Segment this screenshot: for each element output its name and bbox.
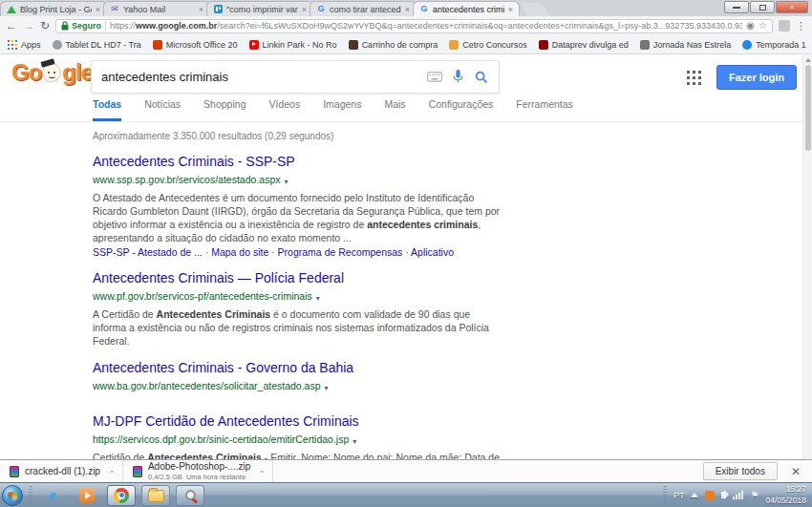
taskbar-search-tool[interactable] — [176, 485, 204, 506]
magnifier-icon — [185, 490, 196, 500]
action-center-flag-icon[interactable]: ⚑ — [750, 491, 759, 500]
tab-como-tirar[interactable]: G como tirar antecedente × — [310, 1, 417, 16]
download-item-cracked-dll[interactable]: cracked-dll (1).zip › — [0, 460, 123, 482]
back-icon[interactable]: ← — [6, 20, 17, 32]
hidden-icons-arrow-icon[interactable] — [691, 493, 698, 497]
tab-todas[interactable]: Todas — [93, 98, 121, 121]
bookmark-apps[interactable]: Apps — [8, 40, 41, 50]
google-apps-grid-icon[interactable] — [687, 71, 690, 74]
download-item-photoshop[interactable]: Adobe-Photoshop-....zip 0,4/2,5 GB. Uma … — [123, 460, 273, 482]
voice-search-mic-icon[interactable] — [452, 69, 464, 85]
tab-imagens[interactable]: Imagens — [323, 98, 361, 121]
scroll-up-arrow-icon[interactable] — [805, 58, 811, 62]
google-doodle-logo[interactable]: Gogle — [11, 59, 93, 86]
address-bar[interactable]: Seguro https://www.google.com.br/search?… — [55, 19, 773, 33]
download-menu-chevron-icon[interactable]: › — [106, 470, 116, 473]
system-tray: PT ⚑ 15:27 04/05/2018 — [663, 484, 810, 505]
tab-close-icon[interactable]: × — [96, 5, 100, 14]
eye-icon[interactable]: ◉ — [746, 21, 755, 31]
start-button[interactable] — [2, 485, 23, 506]
speaker-icon[interactable] — [721, 492, 726, 498]
forward-icon[interactable]: → — [23, 20, 34, 32]
login-button[interactable]: Fazer login — [716, 65, 797, 90]
sitelink[interactable]: Programa de Recompensas — [268, 246, 402, 258]
result-description: A Certidão de Antecedentes Criminais é o… — [93, 307, 505, 348]
result-options-arrow-icon[interactable] — [316, 287, 320, 305]
new-tab-button[interactable] — [521, 3, 550, 16]
sitelink[interactable]: Aplicativo — [402, 246, 454, 258]
tab-title: "como imprimir varias im — [226, 5, 298, 14]
bookmark-jornada[interactable]: Jornada Nas Estrela — [640, 40, 732, 50]
refresh-icon[interactable]: ↻ — [40, 20, 50, 32]
taskbar-clock[interactable]: 15:27 04/05/2018 — [765, 484, 806, 505]
close-button[interactable]: × — [776, 1, 808, 13]
sitelink[interactable]: Mapa do site — [203, 246, 268, 258]
download-menu-chevron-icon[interactable]: › — [257, 470, 267, 473]
padlock-icon — [61, 21, 69, 31]
search-magnifier-icon[interactable] — [474, 70, 489, 85]
security-indicator[interactable]: Seguro — [61, 21, 101, 31]
bookmark-dataprev[interactable]: Dataprev divulga ed — [539, 40, 629, 50]
apps-grid-icon — [8, 40, 10, 42]
google-results-page: Gogle Fazer login Todas No — [0, 55, 812, 459]
result-stats: Aproximadamente 3.350.000 resultados (0,… — [93, 131, 516, 141]
search-result: Antecedentes Criminais - Governo da Bahi… — [93, 360, 505, 394]
result-title-link[interactable]: Antecedentes Criminais - SSP-SP — [93, 154, 505, 169]
bookmark-cetro[interactable]: Cetro Concursos — [449, 40, 527, 50]
taskbar-internet-explorer[interactable]: e — [38, 485, 67, 506]
result-sitelinks: SSP-SP - Atestado de ...Mapa do siteProg… — [93, 246, 505, 258]
tab-configuracoes[interactable]: Configurações — [429, 98, 494, 121]
minimize-button[interactable] — [724, 1, 749, 13]
results-list: Aproximadamente 3.350.000 resultados (0,… — [0, 122, 516, 459]
result-options-arrow-icon[interactable] — [284, 171, 288, 188]
download-bar-close-icon[interactable]: ✕ — [791, 465, 801, 478]
show-all-downloads-button[interactable]: Exibir todos — [703, 462, 778, 480]
keyboard-icon[interactable] — [427, 72, 442, 82]
tab-blog-print-loja[interactable]: Blog Print Loja - Google × — [0, 1, 107, 16]
tab-close-icon[interactable]: × — [199, 5, 203, 14]
tab-shopping[interactable]: Shopping — [203, 98, 246, 121]
taskbar-file-explorer[interactable] — [141, 485, 170, 506]
tab-title: Blog Print Loja - Google — [20, 5, 92, 14]
bookmark-carrinho[interactable]: Carrinho de compra — [349, 40, 438, 50]
page-scrollbar[interactable] — [802, 55, 812, 459]
tab-close-icon[interactable]: × — [405, 5, 410, 14]
result-options-arrow-icon[interactable] — [325, 377, 329, 394]
google-header: Gogle Fazer login Todas No — [0, 55, 812, 122]
language-indicator[interactable]: PT — [673, 491, 685, 500]
bookmark-temporada[interactable]: Temporada 1 — [742, 40, 806, 50]
bookmark-star-icon[interactable]: ☆ — [759, 21, 767, 31]
scrollbar-thumb[interactable] — [805, 65, 811, 151]
search-input[interactable] — [101, 70, 417, 84]
tab-ferramentas[interactable]: Ferramentas — [516, 98, 573, 121]
result-options-arrow-icon[interactable] — [353, 431, 356, 448]
sitelink[interactable]: SSP-SP - Atestado de ... — [93, 246, 203, 258]
browser-menu-icon[interactable]: ⋮ — [796, 21, 806, 32]
result-title-link[interactable]: Antecedentes Criminais - Governo da Bahi… — [93, 360, 505, 375]
cetro-icon — [449, 40, 459, 50]
result-title-link[interactable]: MJ-DPF Certidão de Antecedentes Criminai… — [93, 413, 505, 429]
tab-close-icon[interactable]: × — [508, 5, 513, 14]
bookmark-office[interactable]: Microsoft Office 20 — [153, 40, 238, 50]
trello-icon — [213, 5, 223, 14]
taskbar-chrome[interactable] — [107, 485, 136, 506]
bookmark-linkin-park[interactable]: Linkin Park - No Ro — [249, 40, 337, 50]
tab-mais[interactable]: Mais — [384, 98, 405, 121]
result-title-link[interactable]: Antecedentes Criminais — Polícia Federal — [93, 270, 505, 285]
extension-icon[interactable] — [779, 20, 790, 32]
tab-como-imprimir[interactable]: "como imprimir varias im × — [206, 1, 313, 16]
search-box[interactable] — [91, 60, 500, 94]
tab-yahoo-mail[interactable]: ✉ Yahoo Mail × — [103, 1, 210, 16]
result-description: O Atestado de Antecedentes é um document… — [93, 191, 505, 244]
network-icon[interactable] — [733, 491, 743, 499]
alert-tray-icon[interactable] — [705, 491, 715, 500]
maximize-button[interactable] — [750, 1, 775, 13]
tab-noticias[interactable]: Notícias — [144, 98, 181, 121]
tab-antecedentes-criminais-active[interactable]: G antecedentes criminais - × — [413, 1, 520, 16]
taskbar-media-player[interactable] — [73, 485, 101, 506]
tab-close-icon[interactable]: × — [302, 5, 307, 14]
bookmark-tablet[interactable]: Tablet DL HD7 - Tra — [53, 40, 141, 50]
tab-videos[interactable]: Vídeos — [268, 98, 300, 121]
browser-toolbar: ← → ↻ Seguro https://www.google.com.br/s… — [0, 16, 812, 35]
result-url: www.ssp.sp.gov.br/servicos/atestado.aspx — [93, 174, 280, 185]
